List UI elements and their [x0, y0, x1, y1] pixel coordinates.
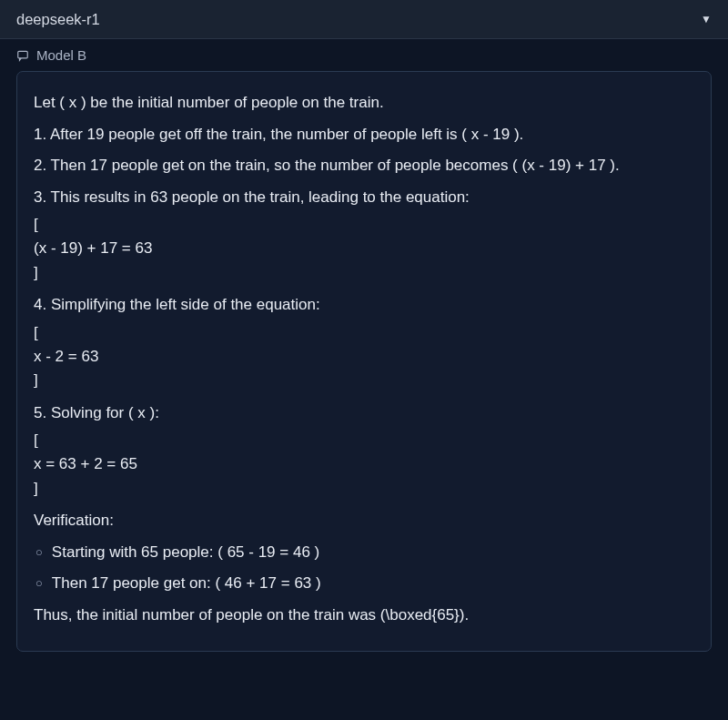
equation-body: x - 2 = 63 [34, 345, 694, 369]
list-item: ○ Starting with 65 people: ( 65 - 19 = 4… [34, 541, 694, 564]
response-line: 2. Then 17 people get on the train, so t… [34, 154, 694, 177]
bracket-open: [ [34, 429, 694, 452]
response-line: Thus, the initial number of people on th… [34, 603, 694, 627]
response-line: 5. Solving for ( x ): [34, 401, 694, 425]
list-item-text: Then 17 people get on: ( 46 + 17 = 63 ) [52, 572, 321, 595]
response-content: Let ( x ) be the initial number of peopl… [16, 71, 712, 652]
bracket-close: ] [34, 261, 694, 285]
model-name: deepseek-r1 [16, 11, 100, 28]
bracket-close: ] [34, 477, 694, 501]
bracket-close: ] [34, 369, 694, 392]
bracket-open: [ [34, 321, 694, 345]
response-line: 1. After 19 people get off the train, th… [34, 123, 694, 147]
response-line: 4. Simplifying the left side of the equa… [34, 293, 694, 317]
chevron-down-icon: ▼ [701, 13, 712, 25]
response-line: 3. This results in 63 people on the trai… [34, 186, 694, 209]
list-item: ○ Then 17 people get on: ( 46 + 17 = 63 … [34, 572, 694, 595]
equation-block: [ x - 2 = 63 ] [34, 321, 694, 393]
response-line: Verification: [34, 509, 694, 532]
bracket-open: [ [34, 213, 694, 237]
response-line: Let ( x ) be the initial number of peopl… [34, 91, 694, 115]
panel-label: Model B [36, 47, 86, 63]
list-item-text: Starting with 65 people: ( 65 - 19 = 46 … [52, 541, 319, 564]
panel-header: Model B [0, 39, 728, 71]
bullet-icon: ○ [34, 541, 43, 564]
chat-icon [16, 49, 29, 62]
svg-rect-0 [18, 51, 28, 58]
equation-body: x = 63 + 2 = 65 [34, 452, 694, 476]
equation-block: [ (x - 19) + 17 = 63 ] [34, 213, 694, 285]
equation-block: [ x = 63 + 2 = 65 ] [34, 429, 694, 501]
bullet-icon: ○ [34, 572, 43, 595]
model-selector[interactable]: deepseek-r1 ▼ [0, 0, 728, 39]
equation-body: (x - 19) + 17 = 63 [34, 237, 694, 260]
